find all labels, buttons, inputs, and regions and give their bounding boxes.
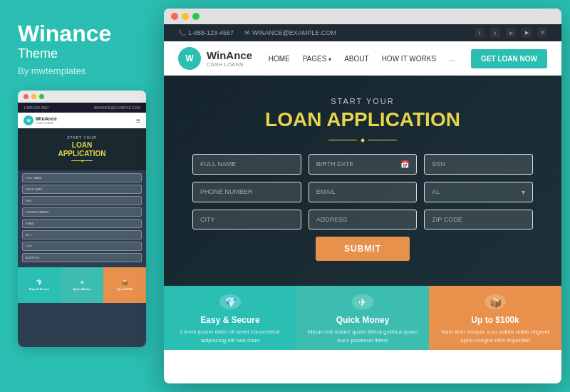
mini-box-icon: 📦 (121, 279, 128, 286)
mini-input-birthdate[interactable]: BIRTH DATE (22, 185, 142, 194)
quick-money-icon: ✈ (352, 294, 373, 310)
mini-hero-title: LOANAPPLICATION (24, 141, 140, 158)
mini-input-phone[interactable]: PHONE NUMBER (22, 207, 142, 217)
twitter-icon[interactable]: t (490, 28, 500, 38)
facebook-icon[interactable]: f (475, 28, 484, 38)
main-browser: 📞 1-888-123-4567 ✉ WINANCE@EXAMPLE.COM f… (164, 9, 561, 383)
hero-divider: ◆ (178, 137, 547, 143)
dropdown-icon: ▾ (522, 188, 525, 196)
mini-feat-title-2: Quick Money (73, 287, 91, 291)
mini-logo-circle: W (24, 115, 33, 125)
form-row-2: PHONE NUMBER EMAIL AL ▾ (192, 182, 533, 202)
field-phone[interactable]: PHONE NUMBER (192, 182, 301, 202)
mini-diamond-icon: 💎 (36, 279, 43, 286)
feature-desc-1: Lorem ipsum dolor sit amet consectetur a… (175, 328, 286, 344)
nav-links: HOME PAGES ▾ ABOUT HOW IT WORKS ... (269, 55, 455, 63)
mini-input-city[interactable]: CITY (22, 242, 142, 251)
mini-topbar-email: WINANCE@EXAMPLE.COM (94, 105, 140, 110)
feature-desc-2: Mirum est notare quam littera gothica qu… (307, 328, 418, 344)
right-panel: 📞 1-888-123-4567 ✉ WINANCE@EXAMPLE.COM f… (164, 0, 570, 392)
mini-select-state[interactable]: AL ▾ (22, 230, 142, 239)
hero-diamond-icon: ◆ (361, 137, 365, 143)
field-zipcode[interactable]: ZIP CODE (424, 210, 533, 229)
mini-dot-red (24, 94, 28, 99)
theme-subtitle: Theme (18, 46, 146, 61)
nav-about[interactable]: ABOUT (344, 55, 368, 63)
site-topbar-right: f t in ▶ ℗ (475, 28, 547, 38)
feature-quick-money: ✈ Quick Money Mirum est notare quam litt… (296, 286, 429, 350)
get-loan-button[interactable]: GET LOAN NOW (471, 49, 547, 68)
nav-pages[interactable]: PAGES ▾ (303, 55, 332, 63)
feature-desc-3: Nam liber tempor cum soluta nobis eligen… (440, 328, 551, 344)
field-email[interactable]: EMAIL (309, 182, 418, 202)
nav-how-it-works[interactable]: HOW IT WORKS (382, 55, 436, 63)
phone-icon: 📞 (178, 29, 186, 36)
youtube-icon[interactable]: ▶ (522, 28, 532, 38)
feature-title-1: Easy & Secure (200, 315, 259, 325)
feature-100k: 📦 Up to $100k Nam liber tempor cum solut… (429, 286, 561, 350)
pinterest-icon[interactable]: ℗ (537, 28, 547, 38)
nav-home[interactable]: HOME (269, 55, 290, 63)
mini-content: 1-888-123-4567 WINANCE@EXAMPLE.COM W Win… (18, 103, 146, 347)
mini-input-email[interactable]: EMAIL (22, 219, 142, 228)
mini-feature-secure: 💎 Easy & Secure (18, 267, 61, 303)
submit-button[interactable]: SUBMIT (316, 237, 410, 261)
mini-hamburger-icon[interactable]: ≡ (136, 117, 140, 125)
mini-plane-icon: ✈ (80, 279, 85, 286)
hero-line-right (368, 140, 397, 140)
mini-feature-100k: 📦 Up to $100k (103, 267, 146, 303)
theme-author: By mwtemplates (18, 66, 146, 76)
mini-input-fullname[interactable]: FULL NAME (22, 173, 142, 182)
feature-easy-secure: 💎 Easy & Secure Lorem ipsum dolor sit am… (164, 286, 296, 350)
mini-hero-pre: START YOUR (24, 135, 140, 140)
mini-input-ssn[interactable]: SSN (22, 196, 142, 205)
mini-nav: W WinAnce CASH LOANS ≡ (18, 113, 146, 128)
hero-pre: START YOUR (178, 97, 547, 105)
site-topbar: 📞 1-888-123-4567 ✉ WINANCE@EXAMPLE.COM f… (164, 24, 561, 41)
site-hero: START YOUR LOAN APPLICATION ◆ FULL NAME … (164, 76, 561, 286)
field-address[interactable]: ADDRESS (309, 210, 418, 229)
features-row: 💎 Easy & Secure Lorem ipsum dolor sit am… (164, 286, 561, 350)
mini-logo: W WinAnce CASH LOANS (24, 115, 57, 125)
submit-row: SUBMIT (192, 237, 533, 261)
mini-input-address[interactable]: ADDRESS (22, 253, 142, 262)
hero-content: START YOUR LOAN APPLICATION ◆ (178, 97, 547, 143)
form-row-1: FULL NAME BIRTH DATE 📅 SSN (192, 154, 533, 175)
field-birthdate[interactable]: BIRTH DATE 📅 (309, 154, 418, 175)
logo-name: WinAnce (207, 49, 252, 61)
mini-feat-title-1: Easy & Secure (29, 287, 49, 291)
dot-green (192, 13, 200, 20)
feature-title-2: Quick Money (336, 315, 390, 325)
field-fullname[interactable]: FULL NAME (192, 154, 301, 175)
mini-browser-bar (18, 91, 146, 103)
dot-red (171, 13, 178, 20)
feature-title-3: Up to $100k (471, 315, 519, 325)
loan-form: FULL NAME BIRTH DATE 📅 SSN PHONE NUMBER (178, 154, 547, 261)
mini-form: FULL NAME BIRTH DATE SSN PHONE NUMBER EM… (18, 170, 146, 267)
100k-icon: 📦 (484, 294, 506, 310)
mini-hero-divider (71, 160, 93, 161)
left-panel: Winance Theme By mwtemplates 1-888-123-4… (0, 0, 164, 392)
hero-line-left (328, 140, 357, 140)
mini-features: 💎 Easy & Secure ✈ Quick Money 📦 Up to $1… (18, 267, 146, 303)
email-icon: ✉ (244, 29, 250, 36)
nav-more[interactable]: ... (449, 55, 455, 63)
hero-title: LOAN APPLICATION (178, 109, 547, 131)
form-row-3: CITY ADDRESS ZIP CODE (192, 210, 533, 229)
site-nav: W WinAnce CASH LOANS HOME PAGES ▾ ABOUT … (164, 41, 561, 76)
site-topbar-left: 📞 1-888-123-4567 ✉ WINANCE@EXAMPLE.COM (178, 29, 336, 36)
topbar-email: ✉ WINANCE@EXAMPLE.COM (244, 29, 336, 36)
linkedin-icon[interactable]: in (506, 28, 516, 38)
mini-logo-sub: CASH LOANS (36, 121, 57, 125)
mini-dot-green (39, 94, 44, 99)
mini-topbar-phone: 1-888-123-4567 (24, 105, 49, 110)
site-logo: W WinAnce CASH LOANS (178, 47, 252, 70)
mini-dot-yellow (31, 94, 36, 99)
mini-feature-money: ✈ Quick Money (61, 267, 103, 303)
dot-yellow (182, 13, 189, 20)
field-city[interactable]: CITY (192, 210, 301, 229)
field-state[interactable]: AL ▾ (424, 182, 533, 202)
topbar-phone: 📞 1-888-123-4567 (178, 29, 234, 36)
field-ssn[interactable]: SSN (424, 154, 533, 175)
mini-hero: START YOUR LOANAPPLICATION (18, 128, 146, 170)
